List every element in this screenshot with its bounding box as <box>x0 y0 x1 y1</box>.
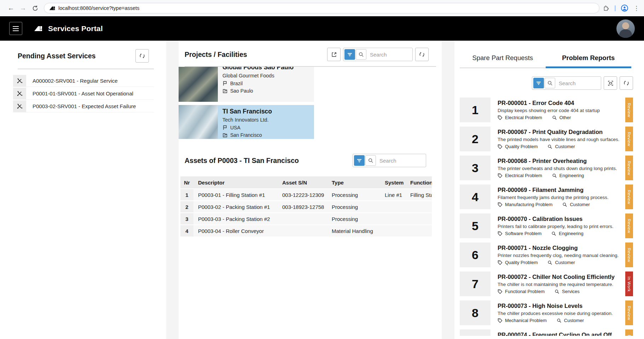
facility-country: USA <box>230 125 240 130</box>
report-number: 5 <box>460 214 491 238</box>
search-icon[interactable] <box>365 155 376 166</box>
facility-card[interactable]: Global Foods Sao Paulo Global Gourmet Fo… <box>179 67 314 102</box>
refresh-facilities-button[interactable] <box>415 48 429 61</box>
browser-profile-icon[interactable] <box>621 4 628 12</box>
report-number: 4 <box>460 185 491 209</box>
report-meta: Manufacturing Problem Customer <box>498 202 622 207</box>
user-avatar[interactable] <box>616 19 635 38</box>
facility-company: Global Gourmet Foods <box>222 73 311 78</box>
filter-icon[interactable] <box>354 155 365 166</box>
report-number: 1 <box>460 98 491 122</box>
detection-magnifier-icon <box>547 144 552 149</box>
search-icon[interactable] <box>356 49 366 60</box>
table-header-row: Nr Descriptor Asset S/N Type System Func… <box>180 176 432 188</box>
report-number: 3 <box>460 156 491 180</box>
assets-table: Nr Descriptor Asset S/N Type System Func… <box>180 176 432 236</box>
report-audience: Engineering <box>559 231 583 236</box>
cell-nr: 3 <box>180 212 193 224</box>
projects-panel: Projects / Facilities <box>179 41 442 339</box>
reload-icon[interactable] <box>29 2 41 14</box>
problem-report-item[interactable]: 8 PR-000073 - High Noise Levels The chil… <box>460 300 633 325</box>
expand-button[interactable] <box>604 76 617 90</box>
col-system: System <box>380 176 406 188</box>
assets-search-group <box>353 154 426 167</box>
problem-report-item[interactable]: 2 PR-000067 - Print Quality Degradation … <box>460 127 633 151</box>
facility-name: TI San Francisco <box>222 108 311 115</box>
problem-report-item[interactable]: 4 PR-000069 - Filament Jamming Filament … <box>460 185 633 209</box>
report-audience: Engineering <box>559 173 584 178</box>
cell-nr: 4 <box>180 224 193 236</box>
tools-icon <box>13 75 26 87</box>
report-description: Printer nozzles frequently clog, needing… <box>498 253 622 258</box>
forward-icon[interactable]: → <box>17 2 29 14</box>
toolbar-divider <box>615 5 616 11</box>
flag-icon <box>222 81 227 86</box>
service-list-item[interactable]: A000002-SRV001 - Regular Service <box>13 75 154 87</box>
status-badge: Review <box>625 156 633 180</box>
search-icon[interactable] <box>545 78 555 88</box>
app-header: Services Portal <box>0 16 644 41</box>
problem-report-item[interactable]: 1 PR-000001 - Error Code 404 Display kee… <box>460 98 633 122</box>
report-audience: Customer <box>564 318 584 323</box>
filter-icon[interactable] <box>344 49 355 60</box>
report-category: Mechanical Problem <box>505 318 547 323</box>
report-number: 8 <box>460 300 491 325</box>
url-text: localhost:8080/service?type=assets <box>58 5 139 11</box>
cell-function: Filling Station <box>406 188 432 200</box>
divider <box>18 69 154 69</box>
back-icon[interactable]: ← <box>5 2 17 14</box>
report-number: 9 <box>460 329 491 336</box>
hamburger-menu-button[interactable] <box>9 22 22 35</box>
service-list-item[interactable]: P0001-01-SRV001 - Asset Not Operational <box>13 88 154 100</box>
tab-problem-reports[interactable]: Problem Reports <box>546 48 632 68</box>
report-meta: Software Problem Engineering <box>498 231 622 236</box>
assets-search-input[interactable] <box>376 158 422 164</box>
open-in-new-button[interactable] <box>327 48 341 61</box>
cell-descriptor: P0003-04 - Roller Conveyor <box>193 224 278 236</box>
facility-search-input[interactable] <box>366 52 409 58</box>
refresh-reports-button[interactable] <box>620 76 633 90</box>
report-category: Quality Problem <box>505 260 538 265</box>
tag-icon <box>498 144 503 149</box>
service-list-item[interactable]: P0003-02-SRV001 - Expected Asset Failure <box>13 100 154 112</box>
problem-report-item[interactable]: 6 PR-000071 - Nozzle Clogging Printer no… <box>460 242 633 267</box>
problem-report-item[interactable]: 3 PR-000068 - Printer Overheating The pr… <box>460 156 633 180</box>
refresh-services-button[interactable] <box>135 49 149 63</box>
status-badge: Review <box>625 242 633 267</box>
reports-search-input[interactable] <box>555 80 599 86</box>
detection-magnifier-icon <box>555 289 559 294</box>
status-badge: Review <box>625 300 633 325</box>
cell-nr: 1 <box>180 188 193 200</box>
report-title: PR-000001 - Error Code 404 <box>498 100 622 106</box>
cell-type: Material Handling <box>327 224 380 236</box>
tab-spare-part-requests[interactable]: Spare Part Requests <box>460 48 546 68</box>
report-description: Display keeps showing error code 404 at … <box>498 108 622 113</box>
report-audience: Customer <box>570 202 590 207</box>
tag-icon <box>498 202 503 207</box>
extensions-icon[interactable] <box>603 5 610 12</box>
report-meta: Quality Problem Customer <box>498 144 622 149</box>
cell-type: Processing <box>327 188 380 200</box>
problem-report-item[interactable]: 7 PR-000072 - Chiller Not Cooling Effici… <box>460 271 633 296</box>
service-label: P0003-02-SRV001 - Expected Asset Failure <box>26 100 154 112</box>
report-category: Manufacturing Problem <box>505 202 552 207</box>
site-favicon-icon <box>49 5 55 11</box>
report-title: PR-000073 - High Noise Levels <box>498 303 622 309</box>
cell-serial <box>278 212 327 224</box>
report-description: The chiller produces excessive noise dur… <box>498 311 622 316</box>
problem-report-item[interactable]: 5 PR-000070 - Calibration Issues Printer… <box>460 214 633 238</box>
facility-card-selected[interactable]: TI San Francisco Tech Innovators Ltd. US… <box>179 105 314 139</box>
table-row[interactable]: 2 P0003-02 - Packing Station #1 003-1892… <box>180 200 432 212</box>
address-bar[interactable]: localhost:8080/service?type=assets <box>44 3 599 13</box>
status-badge: Review <box>625 127 633 151</box>
filter-icon[interactable] <box>533 78 544 88</box>
report-description: Printers fail to calibrate properly, lea… <box>498 224 622 229</box>
table-row[interactable]: 3 P0003-03 - Packing Station #2 Processi… <box>180 212 432 224</box>
browser-toolbar: ← → localhost:8080/service?type=assets ⋮ <box>0 0 644 16</box>
browser-menu-icon[interactable]: ⋮ <box>633 7 638 9</box>
table-row[interactable]: 1 P0003-01 - Filling Station #1 003-1222… <box>180 188 432 200</box>
report-meta: Functional Problem Services <box>498 289 622 294</box>
problem-report-item[interactable]: 9 PR-000074 - Frequent Cycling On and Of… <box>460 329 633 336</box>
table-row[interactable]: 4 P0003-04 - Roller Conveyor Material Ha… <box>180 224 432 236</box>
facility-list: Global Foods Sao Paulo Global Gourmet Fo… <box>179 67 442 139</box>
